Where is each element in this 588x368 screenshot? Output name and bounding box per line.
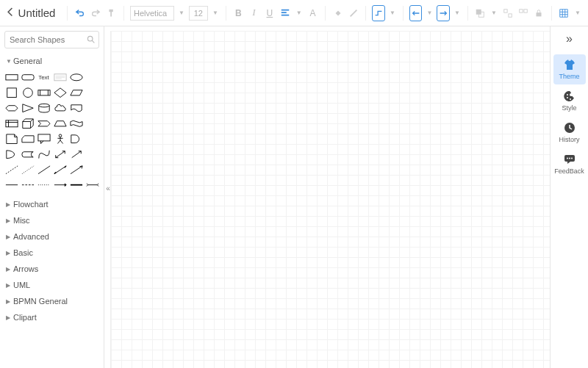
bring-front-button[interactable] — [474, 5, 487, 21]
shape-blank5[interactable] — [85, 132, 99, 145]
shape-conn2[interactable] — [21, 178, 35, 192]
align-caret[interactable]: ▼ — [295, 10, 304, 16]
shape-rect[interactable] — [4, 71, 18, 84]
shape-roundrect[interactable] — [21, 71, 35, 84]
svg-point-24 — [567, 158, 568, 159]
shape-textbox[interactable] — [53, 71, 67, 84]
shape-blank4[interactable] — [85, 117, 99, 130]
shape-actor[interactable] — [53, 132, 67, 145]
font-family-input[interactable] — [130, 6, 174, 21]
shape-diamond[interactable] — [53, 86, 67, 99]
rp-history[interactable]: History — [553, 118, 586, 148]
shape-conn6[interactable] — [85, 178, 99, 192]
shape-arrowline[interactable] — [69, 163, 83, 176]
shape-triangle[interactable] — [21, 101, 35, 115]
shape-conn5[interactable] — [69, 178, 83, 192]
category-label: General — [13, 57, 42, 65]
shape-internal[interactable] — [4, 117, 18, 130]
shape-parallelogram[interactable] — [69, 86, 83, 99]
search-input[interactable] — [4, 31, 99, 48]
shape-text[interactable]: Text — [37, 71, 51, 84]
shape-blank[interactable] — [85, 71, 99, 84]
shape-callout[interactable] — [37, 132, 51, 145]
shape-cloud[interactable] — [53, 101, 67, 115]
shape-blank3[interactable] — [85, 101, 99, 115]
size-dropdown-caret[interactable]: ▼ — [211, 10, 220, 16]
arrow-end-button[interactable] — [437, 5, 450, 21]
arrow-start-button[interactable] — [409, 5, 423, 21]
shape-step[interactable] — [37, 117, 51, 130]
undo-button[interactable] — [74, 5, 86, 21]
shape-document[interactable] — [69, 101, 83, 115]
category-flowchart[interactable]: ▶Flowchart — [4, 196, 99, 212]
shape-cube[interactable] — [21, 117, 35, 130]
category-bpmn[interactable]: ▶BPMN General — [4, 293, 99, 309]
category-label: Flowchart — [13, 200, 49, 209]
rp-feedback[interactable]: FeedBack — [553, 149, 586, 179]
category-advanced[interactable]: ▶Advanced — [4, 228, 99, 245]
expand-right-panel[interactable]: » — [566, 32, 573, 46]
arrow-end-caret[interactable]: ▼ — [453, 10, 462, 16]
shape-square[interactable] — [4, 86, 18, 99]
redo-button[interactable] — [90, 5, 102, 21]
ungroup-button[interactable] — [517, 5, 529, 21]
shape-ellipse[interactable] — [69, 71, 83, 84]
lock-button[interactable] — [533, 5, 545, 21]
layer-caret[interactable]: ▼ — [490, 10, 498, 16]
shape-card[interactable] — [21, 132, 35, 145]
align-button[interactable] — [279, 5, 292, 21]
fill-color-button[interactable] — [331, 5, 344, 21]
shape-arrow[interactable] — [69, 148, 83, 161]
font-color-button[interactable]: A — [306, 5, 319, 21]
shape-trapezoid[interactable] — [53, 117, 67, 130]
arrow-start-caret[interactable]: ▼ — [425, 10, 434, 16]
font-size-input[interactable] — [189, 6, 208, 21]
grid-caret[interactable]: ▼ — [573, 10, 582, 16]
font-dropdown-caret[interactable]: ▼ — [177, 10, 186, 16]
shape-circle[interactable] — [21, 86, 35, 99]
shape-tape[interactable] — [69, 117, 83, 130]
category-uml[interactable]: ▶UML — [4, 277, 99, 293]
shape-datastore[interactable] — [21, 148, 35, 161]
connection-style-button[interactable] — [372, 5, 385, 21]
canvas[interactable] — [110, 31, 550, 368]
category-general[interactable]: ▼General — [4, 53, 99, 69]
stroke-color-button[interactable] — [347, 5, 359, 21]
shape-conn3[interactable] — [37, 178, 51, 192]
document-title[interactable]: Untitled — [18, 7, 56, 19]
rp-theme[interactable]: Theme — [553, 54, 586, 84]
category-basic[interactable]: ▶Basic — [4, 245, 99, 261]
shape-conn4[interactable] — [53, 178, 67, 192]
shape-dashline[interactable] — [4, 163, 18, 176]
conn-caret[interactable]: ▼ — [388, 10, 397, 16]
shape-note[interactable] — [4, 132, 18, 145]
shape-process[interactable] — [37, 86, 51, 99]
format-painter-button[interactable] — [105, 5, 118, 21]
category-misc[interactable]: ▶Misc — [4, 212, 99, 228]
back-button[interactable] — [6, 7, 15, 19]
shape-blank6[interactable] — [85, 148, 99, 161]
shape-biline[interactable] — [53, 163, 67, 176]
collapse-left-panel[interactable]: « — [104, 184, 112, 202]
grid-button[interactable] — [558, 5, 570, 21]
italic-button[interactable]: I — [248, 5, 260, 21]
shape-hexagon[interactable] — [4, 101, 18, 115]
shape-curve[interactable] — [37, 148, 51, 161]
shape-line[interactable] — [37, 163, 51, 176]
shape-blank2[interactable] — [85, 86, 99, 99]
shape-or[interactable] — [4, 148, 18, 161]
shape-blank7[interactable] — [85, 163, 99, 176]
group-button[interactable] — [501, 5, 514, 21]
shape-conn1[interactable] — [4, 178, 18, 192]
category-arrows[interactable]: ▶Arrows — [4, 261, 99, 277]
rp-style[interactable]: Style — [553, 86, 586, 116]
underline-button[interactable]: U — [263, 5, 276, 21]
shape-biarrow[interactable] — [53, 148, 67, 161]
bold-button[interactable]: B — [232, 5, 245, 21]
shape-dotline[interactable] — [21, 163, 35, 176]
caret-right-icon: ▶ — [6, 266, 13, 273]
rp-label: Style — [562, 104, 576, 112]
shape-and[interactable] — [69, 132, 83, 145]
category-clipart[interactable]: ▶Clipart — [4, 309, 99, 325]
shape-cylinder[interactable] — [37, 101, 51, 115]
